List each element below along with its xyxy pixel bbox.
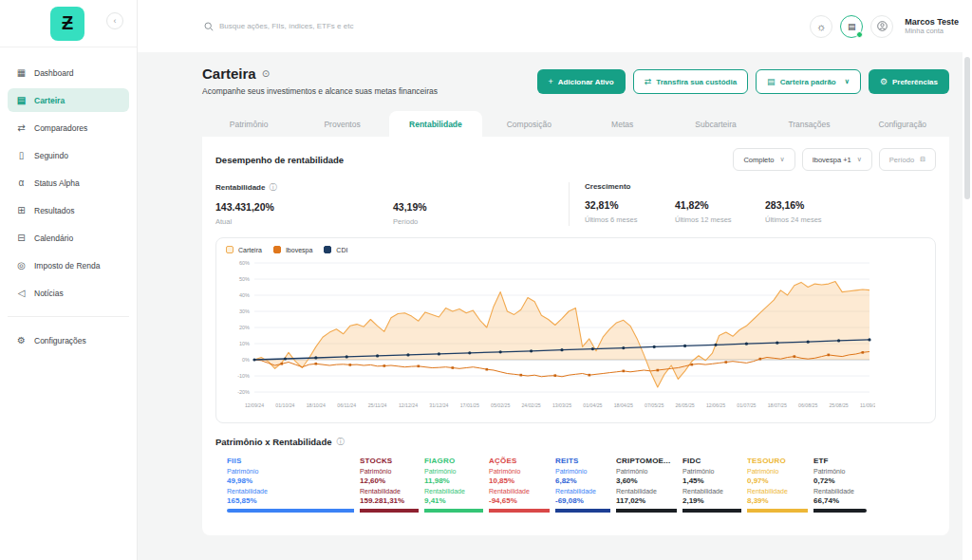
- scrollbar-thumb[interactable]: [964, 57, 970, 199]
- tab-composição[interactable]: Composição: [482, 111, 575, 137]
- scrollbar-track[interactable]: [963, 0, 972, 560]
- sidebar-item-comparadores[interactable]: ⇄Comparadores: [8, 116, 129, 140]
- button-icon: ▤: [767, 77, 776, 86]
- sidebar-item-carteira[interactable]: ▤Carteira: [8, 88, 129, 112]
- button-label: Preferências: [892, 78, 938, 86]
- svg-text:07/05/25: 07/05/25: [645, 402, 664, 408]
- transfira-sua-custódia-button[interactable]: ⇄Transfira sua custódia: [633, 69, 748, 94]
- asset-name: FIAGRO: [424, 457, 483, 465]
- asset-column-reits[interactable]: REITSPatrimônio6,82%Rentabilidade-69,08%: [555, 457, 616, 513]
- asset-allocation-bar: [682, 509, 741, 513]
- asset-column-criptomoe[interactable]: CRIPTOMOE...Patrimônio3,60%Rentabilidade…: [616, 457, 682, 513]
- sidebar-item-notícias[interactable]: ◁Notícias: [8, 281, 129, 305]
- svg-text:11/09/25: 11/09/25: [860, 402, 875, 408]
- legend-item-ibovespa[interactable]: Ibovespa: [273, 246, 312, 253]
- sidebar: Ƶ ‹ ▦Dashboard▤Carteira⇄Comparadores▯Seg…: [0, 0, 138, 560]
- filter-ibovespa-+1[interactable]: Ibovespa +1∨: [802, 148, 872, 171]
- asset-column-fiagro[interactable]: FIAGROPatrimônio11,98%Rentabilidade9,41%: [424, 457, 489, 513]
- svg-text:25/08/25: 25/08/25: [829, 402, 848, 408]
- status-badge: [856, 31, 863, 38]
- info-icon[interactable]: ⓘ: [269, 182, 276, 193]
- user-menu[interactable]: Marcos Teste Minha conta: [905, 17, 959, 35]
- button-label: Transfira sua custódia: [656, 78, 737, 86]
- patrimonio-label: Patrimônio: [682, 468, 741, 475]
- info-icon[interactable]: ⓘ: [336, 437, 344, 447]
- asset-name: REITS: [555, 457, 610, 465]
- svg-text:12/12/24: 12/12/24: [399, 402, 418, 408]
- svg-text:50%: 50%: [239, 276, 250, 282]
- svg-text:18/07/25: 18/07/25: [768, 402, 787, 408]
- search-icon: [204, 22, 214, 31]
- sidebar-item-resultados[interactable]: ⊞Resultados: [8, 198, 129, 222]
- adicionar-ativo-button[interactable]: +Adicionar Ativo: [537, 69, 626, 94]
- asset-column-stocks[interactable]: STOCKSPatrimônio12,60%Rentabilidade159.2…: [360, 457, 424, 513]
- tab-configuração[interactable]: Configuração: [856, 111, 949, 137]
- asset-name: STOCKS: [360, 457, 419, 465]
- asset-name: AÇÕES: [489, 457, 550, 465]
- topbar: ☼ ▤ Marcos Teste Minha conta: [138, 0, 972, 52]
- tab-patrimônio[interactable]: Patrimônio: [202, 111, 295, 137]
- svg-text:31/12/24: 31/12/24: [429, 402, 448, 408]
- assets-title: Patrimônio x Rentabilidadeⓘ: [215, 437, 936, 447]
- page-title: Carteira⊙: [202, 65, 438, 82]
- asset-name: TESOURO: [747, 457, 808, 465]
- asset-column-etf[interactable]: ETFPatrimônio0,72%Rentabilidade66,74%: [813, 457, 872, 513]
- search-input[interactable]: [219, 22, 603, 30]
- status-alpha-icon: α: [16, 177, 27, 188]
- legend-swatch: [324, 246, 331, 253]
- legend-swatch: [273, 246, 281, 253]
- tab-metas[interactable]: Metas: [576, 111, 669, 137]
- patrimonio-label: Patrimônio: [813, 468, 867, 475]
- button-icon: ⚙: [880, 77, 888, 86]
- performance-stats: Rentabilidadeⓘ 143.431,20%Atual43,19%Per…: [215, 182, 936, 226]
- rentabilidade-label: Rentabilidadeⓘ: [215, 182, 569, 193]
- rentabilidade-label: Rentabilidade: [360, 488, 419, 495]
- patrimonio-value: 49,98%: [227, 476, 354, 485]
- assets-row: FIISPatrimônio49,98%Rentabilidade165,85%…: [215, 457, 936, 513]
- sidebar-item-calendário[interactable]: ⊟Calendário: [8, 226, 129, 250]
- tab-proventos[interactable]: Proventos: [295, 111, 388, 137]
- asset-name: FIDC: [682, 457, 741, 465]
- asset-allocation-bar: [747, 509, 808, 513]
- filter-período[interactable]: Período⊟: [879, 148, 936, 171]
- rentabilidade-label: Rentabilidade: [616, 488, 677, 495]
- sidebar-item-label: Notícias: [34, 289, 64, 298]
- eye-icon[interactable]: ⊙: [262, 68, 270, 79]
- tab-subcarteira[interactable]: Subcarteira: [669, 111, 762, 137]
- crescimento-label: Crescimento: [585, 182, 855, 191]
- legend-item-carteira[interactable]: Carteira: [226, 246, 262, 253]
- tab-transações[interactable]: Transações: [762, 111, 855, 137]
- portfolio-switch-button[interactable]: ▤: [840, 15, 863, 38]
- preferências-button[interactable]: ⚙Preferências: [869, 69, 949, 94]
- rentabilidade-label: Rentabilidade: [555, 488, 610, 495]
- svg-text:24/02/25: 24/02/25: [521, 402, 540, 408]
- rentabilidade-label: Rentabilidade: [489, 488, 550, 495]
- asset-column-fiis[interactable]: FIISPatrimônio49,98%Rentabilidade165,85%: [227, 457, 360, 513]
- tab-rentabilidade[interactable]: Rentabilidade: [389, 111, 482, 137]
- stat-value: 41,82%: [675, 199, 765, 211]
- theme-toggle-button[interactable]: ☼: [810, 15, 832, 38]
- sidebar-item-status-alpha[interactable]: αStatus Alpha: [8, 171, 129, 195]
- filter-completo[interactable]: Completo∨: [733, 148, 794, 171]
- svg-text:01/04/25: 01/04/25: [583, 402, 602, 408]
- carteira-padrão-button[interactable]: ▤Carteira padrão∨: [756, 69, 861, 94]
- svg-text:0%: 0%: [242, 357, 250, 363]
- account-button[interactable]: [870, 15, 893, 38]
- gear-icon: ⚙: [16, 335, 27, 345]
- legend-item-cdi[interactable]: CDI: [324, 246, 347, 253]
- sidebar-collapse-button[interactable]: ‹: [106, 12, 123, 29]
- sidebar-item-dashboard[interactable]: ▦Dashboard: [8, 61, 129, 84]
- patrimonio-label: Patrimônio: [747, 468, 808, 475]
- asset-column-aes[interactable]: AÇÕESPatrimônio10,85%Rentabilidade-94,65…: [489, 457, 555, 513]
- filter-label: Completo: [743, 156, 774, 164]
- asset-column-fidc[interactable]: FIDCPatrimônio1,45%Rentabilidade2,19%: [682, 457, 747, 513]
- svg-text:10%: 10%: [239, 341, 250, 346]
- sidebar-nav: ▦Dashboard▤Carteira⇄Comparadores▯Seguind…: [0, 47, 137, 305]
- sidebar-item-configuracoes[interactable]: ⚙Configurações: [8, 328, 129, 352]
- sidebar-item-imposto-de-renda[interactable]: ◎Imposto de Renda: [8, 253, 129, 277]
- sidebar-item-seguindo[interactable]: ▯Seguindo: [8, 143, 129, 167]
- sidebar-item-label: Imposto de Renda: [34, 261, 100, 271]
- sidebar-item-label: Dashboard: [34, 68, 74, 78]
- svg-text:25/11/24: 25/11/24: [368, 402, 387, 408]
- asset-column-tesouro[interactable]: TESOUROPatrimônio0,97%Rentabilidade8,39%: [747, 457, 813, 513]
